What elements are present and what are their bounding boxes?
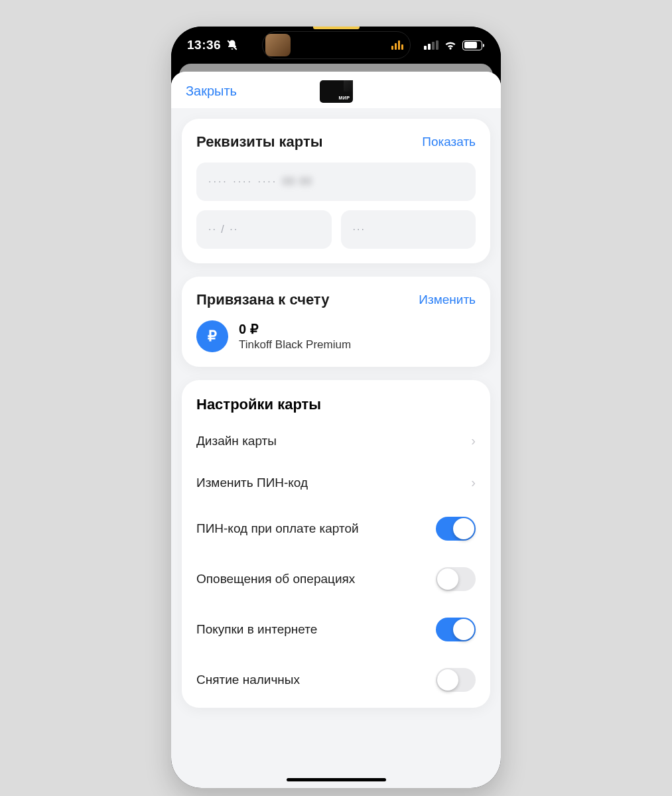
show-details-button[interactable]: Показать bbox=[422, 135, 476, 149]
card-number-dots: ···· ···· ···· bbox=[208, 176, 277, 187]
home-indicator[interactable] bbox=[287, 778, 386, 781]
phone-frame: 13:36 Закрыть МИР bbox=[171, 27, 501, 788]
settings-row-1[interactable]: Изменить ПИН-код› bbox=[196, 462, 476, 503]
card-expiry-masked[interactable]: ·· / ·· bbox=[196, 210, 332, 249]
settings-row-label: Дизайн карты bbox=[196, 434, 277, 448]
settings-row-2[interactable]: ПИН-код при оплате картой bbox=[196, 503, 476, 554]
battery-icon bbox=[462, 40, 482, 50]
settings-row-label: ПИН-код при оплате картой bbox=[196, 521, 359, 536]
toggle-knob bbox=[453, 518, 474, 539]
settings-title: Настройки карты bbox=[196, 396, 476, 413]
toggle-knob bbox=[453, 619, 474, 640]
toggle-knob bbox=[437, 669, 458, 691]
details-title: Реквизиты карты bbox=[196, 133, 323, 151]
close-button[interactable]: Закрыть bbox=[186, 84, 237, 99]
card-number-blurred: 00 00 bbox=[283, 176, 312, 188]
toggle-knob bbox=[437, 568, 458, 590]
silent-mode-icon bbox=[226, 39, 238, 51]
linked-account-section: Привязана к счету Изменить ₽ 0 ₽ Tinkoff… bbox=[182, 277, 490, 367]
chevron-right-icon: › bbox=[471, 433, 476, 448]
settings-row-4[interactable]: Покупки в интернете bbox=[196, 604, 476, 655]
card-number-masked[interactable]: ···· ···· ···· 00 00 bbox=[196, 163, 476, 201]
chevron-right-icon: › bbox=[471, 475, 476, 490]
cellular-signal-icon bbox=[424, 40, 438, 50]
card-cvv-masked[interactable]: ··· bbox=[341, 210, 476, 249]
card-details-section: Реквизиты карты Показать ···· ···· ···· … bbox=[182, 119, 490, 263]
toggle-switch[interactable] bbox=[436, 668, 476, 692]
settings-row-3[interactable]: Оповещения об операциях bbox=[196, 554, 476, 604]
account-row[interactable]: ₽ 0 ₽ Tinkoff Black Premium bbox=[196, 320, 476, 352]
wifi-icon bbox=[444, 40, 457, 50]
settings-row-0[interactable]: Дизайн карты› bbox=[196, 420, 476, 462]
now-playing-art bbox=[265, 34, 291, 56]
status-bar: 13:36 bbox=[171, 27, 501, 64]
ruble-icon: ₽ bbox=[196, 320, 228, 352]
toggle-switch[interactable] bbox=[436, 517, 476, 541]
audio-visualizer-icon bbox=[391, 40, 403, 50]
card-mini-image: МИР bbox=[320, 80, 353, 103]
settings-row-5[interactable]: Снятие наличных bbox=[196, 655, 476, 705]
toggle-switch[interactable] bbox=[436, 618, 476, 641]
account-balance: 0 ₽ bbox=[239, 321, 351, 337]
settings-row-label: Покупки в интернете bbox=[196, 622, 317, 637]
card-settings-section: Настройки карты Дизайн карты›Изменить ПИ… bbox=[182, 380, 490, 708]
modal-sheet: Закрыть МИР Реквизиты карты Показать ···… bbox=[171, 72, 501, 788]
notch-accent bbox=[313, 27, 360, 29]
modal-header: Закрыть МИР bbox=[171, 72, 501, 108]
settings-row-label: Оповещения об операциях bbox=[196, 572, 355, 586]
settings-row-label: Изменить ПИН-код bbox=[196, 476, 308, 490]
account-name: Tinkoff Black Premium bbox=[239, 338, 351, 352]
change-account-button[interactable]: Изменить bbox=[419, 293, 476, 307]
card-scheme-text: МИР bbox=[338, 96, 350, 100]
settings-row-label: Снятие наличных bbox=[196, 673, 300, 687]
status-time: 13:36 bbox=[187, 38, 221, 52]
toggle-switch[interactable] bbox=[436, 567, 476, 591]
account-title: Привязана к счету bbox=[196, 291, 329, 308]
dynamic-island[interactable] bbox=[262, 31, 411, 59]
